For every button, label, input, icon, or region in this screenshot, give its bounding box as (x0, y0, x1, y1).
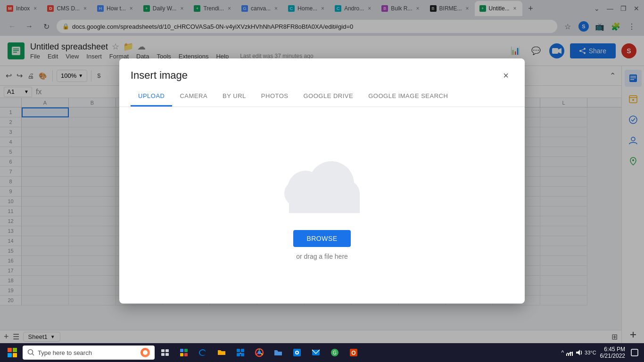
taskbar-widgets[interactable] (175, 344, 192, 361)
tab-upload[interactable]: UPLOAD (131, 87, 172, 107)
taskbar-mail[interactable] (307, 344, 324, 361)
svg-rect-29 (13, 348, 17, 352)
drag-text: or drag a file here (296, 253, 348, 260)
svg-rect-35 (165, 349, 169, 352)
svg-rect-40 (180, 353, 183, 356)
notification-center[interactable] (629, 347, 640, 358)
svg-rect-30 (8, 353, 12, 357)
taskbar-search[interactable]: Type here to search (23, 346, 155, 360)
taskbar-file-explorer[interactable] (213, 344, 230, 361)
volume-icon (575, 349, 583, 356)
svg-text:+: + (239, 352, 241, 355)
tab-camera[interactable]: CAMERA (172, 87, 215, 107)
modal-body: BROWSE or drag a file here (119, 107, 525, 304)
taskbar-task-view[interactable] (157, 344, 173, 361)
svg-point-54 (296, 352, 298, 354)
taskbar-clock[interactable]: 6:45 PM 6/21/2022 (600, 346, 625, 359)
svg-rect-31 (13, 353, 17, 357)
svg-rect-38 (180, 349, 183, 352)
taskbar-edge[interactable] (194, 344, 211, 361)
tab-by-url[interactable]: BY URL (215, 87, 254, 107)
modal-backdrop: Insert image × UPLOAD CAMERA BY URL PHOT… (0, 0, 644, 362)
taskbar-paint[interactable] (289, 344, 305, 361)
svg-rect-37 (165, 353, 169, 356)
time-display: 6:45 PM (604, 346, 625, 353)
svg-rect-63 (572, 352, 573, 356)
svg-rect-61 (568, 354, 569, 356)
page: M Inbox × D CMS D... × H How t... × + Da… (0, 0, 644, 362)
taskbar-office[interactable]: O (345, 344, 362, 361)
network-icon (566, 349, 573, 356)
svg-point-48 (258, 351, 261, 354)
start-button[interactable] (4, 344, 21, 361)
svg-rect-39 (184, 349, 188, 352)
svg-line-51 (256, 354, 258, 354)
svg-rect-62 (570, 353, 571, 356)
taskbar-chrome2[interactable]: G (326, 344, 343, 361)
taskbar-store[interactable]: + (232, 344, 249, 361)
svg-point-32 (28, 350, 33, 354)
svg-rect-41 (184, 353, 188, 356)
svg-line-33 (33, 354, 34, 356)
tab-google-image-search[interactable]: GOOGLE IMAGE SEARCH (361, 87, 455, 107)
svg-text:O: O (351, 350, 355, 356)
svg-rect-28 (8, 348, 12, 352)
insert-image-modal: Insert image × UPLOAD CAMERA BY URL PHOT… (119, 58, 525, 304)
modal-title: Insert image (131, 69, 188, 82)
sys-tray: ^ 33°C (561, 349, 596, 356)
svg-rect-45 (241, 353, 244, 356)
temp-display: 33°C (585, 350, 596, 355)
cortana-icon (140, 348, 150, 357)
svg-text:G: G (333, 350, 337, 355)
browse-button[interactable]: BROWSE (293, 230, 350, 247)
svg-rect-60 (566, 354, 567, 356)
taskbar: Type here to search + (0, 343, 644, 362)
svg-rect-34 (161, 349, 165, 352)
tab-photos[interactable]: PHOTOS (254, 87, 296, 107)
taskbar-chrome[interactable] (251, 344, 268, 361)
tray-expand[interactable]: ^ (561, 349, 564, 356)
svg-rect-36 (161, 353, 165, 356)
svg-rect-43 (241, 349, 244, 352)
modal-close-button[interactable]: × (498, 68, 513, 83)
modal-tabs: UPLOAD CAMERA BY URL PHOTOS GOOGLE DRIVE… (119, 87, 525, 107)
search-badges (140, 348, 150, 357)
svg-line-50 (261, 354, 263, 354)
taskbar-right-area: ^ 33°C 6:45 PM 6/21/2022 (561, 346, 640, 359)
taskbar-folder[interactable] (270, 344, 287, 361)
search-placeholder: Type here to search (38, 349, 92, 356)
modal-header: Insert image × (119, 58, 525, 83)
date-display: 6/21/2022 (600, 353, 625, 359)
search-icon (27, 349, 35, 356)
upload-illustration (270, 151, 374, 217)
svg-rect-27 (289, 192, 360, 213)
svg-rect-64 (631, 349, 638, 356)
tab-google-drive[interactable]: GOOGLE DRIVE (296, 87, 361, 107)
